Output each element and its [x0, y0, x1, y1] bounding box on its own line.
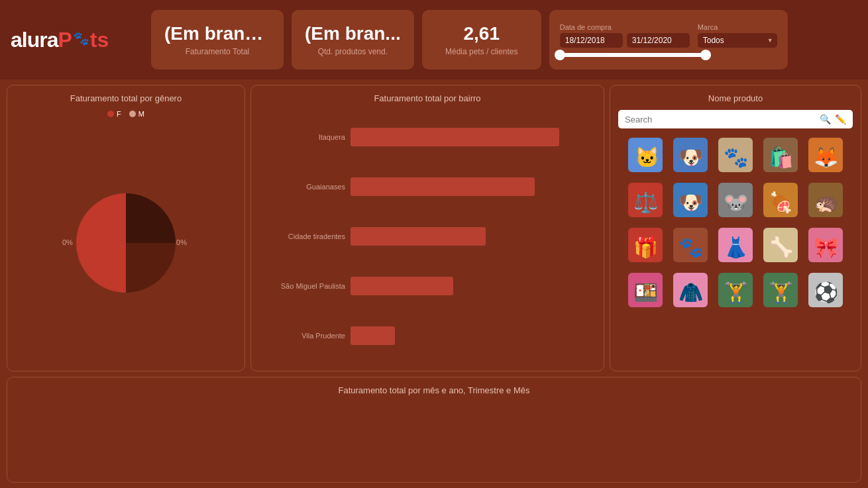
- product-item-paw2[interactable]: 🐾: [671, 225, 710, 265]
- svg-text:⚖️: ⚖️: [633, 191, 659, 215]
- filters-row-top: Data de compra Marca Todos Marca 1 Marca…: [560, 23, 777, 48]
- logo-pets-p: P: [58, 28, 72, 52]
- svg-text:🦴: 🦴: [769, 236, 794, 260]
- kpi-media-value: 2,61: [463, 23, 500, 44]
- kpi-qtd-value: (Em bran...: [305, 23, 401, 44]
- product-item-bone[interactable]: 🦴: [761, 225, 800, 265]
- product-item-gift[interactable]: 🎁: [625, 225, 665, 265]
- date-range-slider[interactable]: [560, 53, 706, 57]
- product-item-food-pink[interactable]: 🍱: [625, 270, 665, 310]
- filter-marca: Marca Todos Marca 1 Marca 2: [698, 23, 777, 48]
- bar-fill-1: [351, 177, 535, 196]
- bar-track-2: [351, 227, 596, 246]
- svg-text:🦊: 🦊: [814, 146, 839, 170]
- product-item-exercise1[interactable]: 🏋️: [716, 270, 755, 310]
- product-item-bag-pink[interactable]: 🎀: [806, 225, 845, 265]
- product-panel: Nome produto 🔍 ✏️ 🐱 🐶 🐾 🛍️: [610, 85, 861, 371]
- bar-chart-panel: Faturamento total por bairro Itaquera Gu…: [250, 85, 604, 371]
- filter-date-end[interactable]: [627, 33, 690, 48]
- pie-area: 0% 0%: [15, 123, 237, 363]
- pie-svg: [60, 187, 192, 299]
- filter-data-compra: Data de compra: [560, 23, 690, 48]
- product-grid: 🐱 🐶 🐾 🛍️ 🦊 ⚖️ 🐶: [618, 135, 853, 363]
- filter-icon[interactable]: ✏️: [835, 114, 846, 124]
- bar-chart-area: Itaquera Guaianases Cidade tiradentes: [259, 110, 596, 363]
- main-content: Faturamento total por gênero F M: [0, 79, 868, 488]
- slider-thumb-left[interactable]: [555, 50, 565, 60]
- svg-text:👗: 👗: [724, 236, 749, 260]
- legend-label-m: M: [138, 110, 144, 118]
- svg-text:🧥: 🧥: [678, 281, 704, 305]
- product-item-bowl[interactable]: 🍖: [761, 180, 800, 220]
- product-item-ball[interactable]: ⚽: [806, 270, 845, 310]
- product-item-dog-food-blue2[interactable]: 🐶: [671, 180, 710, 220]
- bar-label-2: Cidade tiradentes: [259, 232, 345, 240]
- product-item-jacket-pink[interactable]: 🧥: [671, 270, 710, 310]
- product-item-scale[interactable]: ⚖️: [625, 180, 665, 220]
- bar-chart-title: Faturamento total por bairro: [259, 93, 596, 103]
- bar-row-2: Cidade tiradentes: [259, 227, 596, 246]
- svg-text:🦔: 🦔: [814, 191, 839, 215]
- svg-text:🐶: 🐶: [678, 191, 704, 215]
- kpi-media-label: Média pets / clientes: [445, 47, 517, 56]
- kpi-faturamento-label: Faturamento Total: [186, 47, 250, 56]
- filter-data-label: Data de compra: [560, 23, 690, 31]
- bar-fill-3: [351, 277, 453, 295]
- product-item-fox[interactable]: 🦊: [806, 135, 845, 175]
- kpi-media[interactable]: 2,61 Média pets / clientes: [422, 10, 541, 70]
- bar-track-1: [351, 177, 596, 196]
- logo: alura P 🐾 ts: [11, 28, 143, 52]
- bar-track-3: [351, 277, 596, 295]
- bar-label-4: Vila Prudente: [259, 332, 345, 340]
- svg-text:🐭: 🐭: [724, 191, 749, 215]
- search-input[interactable]: [625, 115, 816, 124]
- svg-text:🐱: 🐱: [635, 146, 660, 170]
- legend-label-f: F: [117, 110, 121, 118]
- product-item-exercise2[interactable]: 🏋️: [761, 270, 800, 310]
- svg-text:🛍️: 🛍️: [769, 146, 794, 170]
- logo-pets-ts: ts: [90, 28, 109, 52]
- filter-marca-select[interactable]: Todos Marca 1 Marca 2: [698, 33, 777, 48]
- bar-track-0: [351, 128, 596, 146]
- pie-segment-f: [76, 193, 126, 293]
- bar-fill-4: [351, 326, 395, 345]
- logo-paw-icon: 🐾: [73, 30, 89, 46]
- search-box: 🔍 ✏️: [618, 110, 853, 128]
- product-item-mouse[interactable]: 🐭: [716, 180, 755, 220]
- kpi-faturamento[interactable]: (Em branc... Faturamento Total: [151, 10, 284, 70]
- filters-panel: Data de compra Marca Todos Marca 1 Marca…: [549, 10, 788, 70]
- product-item-cat-food-blue[interactable]: 🐱: [625, 135, 665, 175]
- kpi-faturamento-value: (Em branc...: [164, 23, 270, 44]
- timeline-panel: Faturamento total por mês e ano, Trimest…: [7, 377, 861, 483]
- bar-row-0: Itaquera: [259, 128, 596, 146]
- svg-text:🎀: 🎀: [814, 236, 839, 260]
- pie-label-right: 0%: [176, 238, 187, 246]
- bar-label-3: São Miguel Paulista: [259, 282, 345, 290]
- product-item-hedgehog[interactable]: 🦔: [806, 180, 845, 220]
- pie-segment-dark: [126, 193, 176, 243]
- product-item-clothes-pink[interactable]: 👗: [716, 225, 755, 265]
- filter-date-start[interactable]: [560, 33, 623, 48]
- kpi-qtd-label: Qtd. produtos vend.: [318, 47, 388, 56]
- product-item-paw-beige[interactable]: 🐾: [716, 135, 755, 175]
- legend-dot-f: [107, 111, 114, 117]
- bar-label-0: Itaquera: [259, 133, 345, 141]
- svg-text:🏋️: 🏋️: [724, 281, 749, 305]
- svg-text:🐾: 🐾: [724, 146, 749, 170]
- product-item-dog-food-blue[interactable]: 🐶: [671, 135, 710, 175]
- bar-row-3: São Miguel Paulista: [259, 277, 596, 295]
- bar-fill-0: [351, 128, 559, 146]
- bar-track-4: [351, 326, 596, 345]
- charts-row-top: Faturamento total por gênero F M: [7, 85, 861, 371]
- kpi-qtd[interactable]: (Em bran... Qtd. produtos vend.: [292, 10, 414, 70]
- bar-row-4: Vila Prudente: [259, 326, 596, 345]
- svg-text:🍖: 🍖: [769, 191, 794, 215]
- slider-thumb-right[interactable]: [700, 50, 711, 60]
- bar-row-1: Guaianases: [259, 177, 596, 196]
- product-item-bag-brown[interactable]: 🛍️: [761, 135, 800, 175]
- slider-row: [560, 53, 777, 57]
- slider-fill: [563, 53, 702, 57]
- pie-label-left: 0%: [62, 238, 73, 246]
- svg-text:🐶: 🐶: [678, 146, 704, 170]
- svg-text:🍱: 🍱: [633, 281, 659, 305]
